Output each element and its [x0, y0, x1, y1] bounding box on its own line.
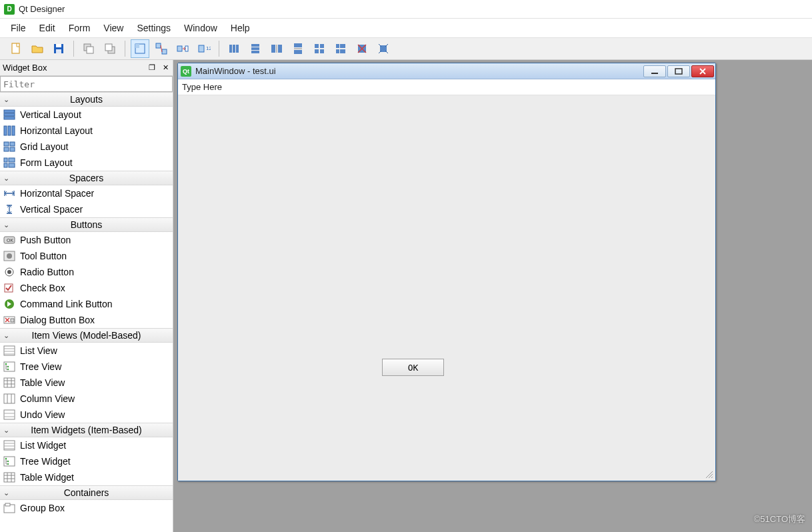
- svg-rect-26: [315, 44, 319, 48]
- category-title: Buttons: [12, 219, 173, 230]
- layout-grid-button[interactable]: [310, 39, 329, 58]
- chevron-down-icon: ⌄: [0, 426, 12, 435]
- chevron-down-icon: ⌄: [0, 174, 12, 183]
- widget-item[interactable]: Table Widget: [0, 469, 173, 485]
- design-canvas[interactable]: OK: [178, 95, 715, 481]
- adjust-size-button[interactable]: [374, 39, 393, 58]
- menu-help[interactable]: Help: [224, 20, 257, 36]
- widget-label: Undo View: [20, 409, 65, 420]
- widget-item[interactable]: Form Layout: [0, 155, 173, 171]
- category-header[interactable]: ⌄Containers: [0, 485, 173, 500]
- filter-input[interactable]: [0, 76, 173, 92]
- svg-rect-14: [199, 45, 204, 52]
- svg-rect-13: [185, 46, 188, 51]
- widget-item[interactable]: List Widget: [0, 437, 173, 453]
- widget-item[interactable]: Tool Button: [0, 248, 173, 264]
- menu-view[interactable]: View: [97, 20, 130, 36]
- layout-hsplit-button[interactable]: [267, 39, 286, 58]
- svg-rect-23: [278, 45, 282, 53]
- open-file-button[interactable]: [28, 39, 47, 58]
- bring-front-button[interactable]: [101, 39, 119, 58]
- new-file-button[interactable]: [7, 39, 25, 58]
- hlayout-icon: [3, 125, 16, 137]
- category-title: Item Widgets (Item-Based): [12, 425, 173, 435]
- widget-item[interactable]: Check Box: [0, 280, 173, 296]
- widget-item[interactable]: Table View: [0, 375, 173, 391]
- undov-icon: [3, 409, 16, 421]
- widget-item[interactable]: Radio Button: [0, 264, 173, 280]
- toolbtn-icon: [3, 250, 16, 262]
- layout-horizontal-button[interactable]: [225, 39, 243, 58]
- designer-titlebar[interactable]: Qt MainWindow - test.ui: [178, 63, 715, 79]
- widget-label: Check Box: [20, 283, 65, 293]
- menu-window[interactable]: Window: [177, 20, 224, 36]
- category-header[interactable]: ⌄Buttons: [0, 217, 173, 232]
- chevron-down-icon: ⌄: [0, 95, 12, 104]
- category-header[interactable]: ⌄Spacers: [0, 171, 173, 185]
- send-back-button[interactable]: [79, 39, 98, 58]
- break-layout-button[interactable]: [353, 39, 371, 58]
- dock-float-button[interactable]: ❐: [146, 62, 158, 74]
- dock-close-button[interactable]: ✕: [159, 62, 171, 74]
- widget-item[interactable]: List View: [0, 343, 173, 359]
- widget-item[interactable]: Command Link Button: [0, 296, 173, 312]
- edit-widgets-button[interactable]: [131, 39, 149, 58]
- widget-item[interactable]: Vertical Layout: [0, 107, 173, 123]
- toolbar-separator: [219, 41, 219, 57]
- widget-item[interactable]: Group Box: [0, 500, 173, 516]
- menu-settings[interactable]: Settings: [130, 20, 177, 36]
- widget-tree[interactable]: ⌄LayoutsVertical LayoutHorizontal Layout…: [0, 92, 173, 532]
- category-header[interactable]: ⌄Item Views (Model-Based): [0, 328, 173, 343]
- category-title: Layouts: [12, 94, 173, 105]
- svg-rect-30: [336, 44, 339, 48]
- designer-title: MainWindow - test.ui: [195, 66, 643, 76]
- menu-bar: File Edit Form View Settings Window Help: [0, 19, 812, 37]
- edit-taborder-button[interactable]: 12: [195, 39, 213, 58]
- layout-vsplit-button[interactable]: [289, 39, 307, 58]
- resize-grip-icon[interactable]: [705, 470, 714, 479]
- widget-label: List Widget: [20, 440, 66, 451]
- menu-edit[interactable]: Edit: [33, 20, 62, 36]
- widget-item[interactable]: Tree View: [0, 359, 173, 375]
- widget-item[interactable]: Undo View: [0, 407, 173, 423]
- category-header[interactable]: ⌄Layouts: [0, 92, 173, 107]
- edit-buddies-button[interactable]: [173, 39, 192, 58]
- pushbtn-icon: [3, 234, 16, 246]
- widget-item[interactable]: Vertical Spacer: [0, 201, 173, 217]
- menu-form[interactable]: Form: [62, 20, 97, 36]
- layout-vertical-button[interactable]: [246, 39, 265, 58]
- designer-menubar[interactable]: Type Here: [178, 79, 715, 95]
- edit-signals-button[interactable]: [152, 39, 171, 58]
- svg-rect-18: [236, 45, 239, 53]
- widget-label: Tool Button: [20, 251, 67, 261]
- widget-item[interactable]: Horizontal Spacer: [0, 185, 173, 201]
- svg-rect-27: [320, 44, 324, 48]
- grid-icon: [3, 141, 16, 153]
- widget-item[interactable]: Push Button: [0, 232, 173, 248]
- widget-item[interactable]: Column View: [0, 391, 173, 407]
- minimize-button[interactable]: [643, 65, 666, 77]
- widget-label: Vertical Spacer: [20, 204, 83, 215]
- form-icon: [3, 157, 16, 169]
- listv-icon: [3, 345, 16, 357]
- widget-item[interactable]: Horizontal Layout: [0, 123, 173, 139]
- widget-item[interactable]: Tree Widget: [0, 453, 173, 469]
- widget-label: Tree Widget: [20, 456, 71, 467]
- close-button[interactable]: [691, 65, 714, 77]
- ok-button[interactable]: OK: [382, 359, 444, 376]
- category-title: Spacers: [12, 173, 173, 183]
- widget-item[interactable]: Dialog Button Box: [0, 312, 173, 328]
- svg-text:12: 12: [206, 45, 211, 51]
- designer-window: Qt MainWindow - test.ui Type Here OK: [177, 63, 716, 481]
- app-icon: D: [4, 4, 15, 15]
- svg-rect-5: [87, 47, 93, 53]
- menu-file[interactable]: File: [4, 20, 33, 36]
- widget-item[interactable]: Grid Layout: [0, 139, 173, 155]
- layout-form-button[interactable]: [331, 39, 350, 58]
- maximize-button[interactable]: [667, 65, 690, 77]
- category-header[interactable]: ⌄Item Widgets (Item-Based): [0, 423, 173, 437]
- chevron-down-icon: ⌄: [0, 331, 12, 340]
- save-file-button[interactable]: [49, 39, 68, 58]
- toolbar: 12: [0, 37, 812, 60]
- radio-icon: [3, 266, 16, 278]
